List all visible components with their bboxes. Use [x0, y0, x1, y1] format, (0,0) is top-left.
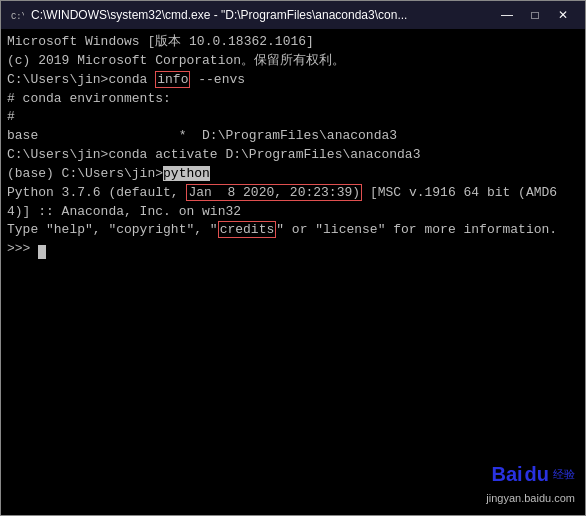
terminal-line-14: 4)] :: Anaconda, Inc. on win32 — [7, 203, 579, 222]
terminal-line-12: (base) C:\Users\jin>python — [7, 165, 579, 184]
terminal-line-15: Type "help", "copyright", "credits" or "… — [7, 221, 579, 240]
baidu-jingyan: 经验 — [553, 467, 575, 483]
terminal-line-4: C:\Users\jin>conda info --envs — [7, 71, 579, 90]
python-command-highlight: python — [163, 166, 210, 181]
maximize-button[interactable]: □ — [521, 1, 549, 29]
svg-text:C:\: C:\ — [11, 12, 24, 22]
info-highlight: info — [155, 71, 190, 88]
terminal-cursor — [38, 245, 46, 259]
window-controls: — □ ✕ — [493, 1, 577, 29]
credits-highlight: credits — [218, 221, 277, 238]
terminal-line-13: Python 3.7.6 (default, Jan 8 2020, 20:23… — [7, 184, 579, 203]
window-title: C:\WINDOWS\system32\cmd.exe - "D:\Progra… — [31, 8, 493, 22]
terminal-line-16: >>> — [7, 240, 579, 259]
cmd-window: C:\ C:\WINDOWS\system32\cmd.exe - "D:\Pr… — [0, 0, 586, 516]
terminal-body[interactable]: Microsoft Windows [版本 10.0.18362.1016] (… — [1, 29, 585, 515]
cmd-icon: C:\ — [9, 7, 25, 23]
terminal-line-7: base * D:\ProgramFiles\anaconda3 — [7, 127, 579, 146]
close-button[interactable]: ✕ — [549, 1, 577, 29]
baidu-text: Bai — [491, 460, 522, 489]
watermark-url: jingyan.baidu.com — [486, 491, 575, 507]
terminal-line-1: Microsoft Windows [版本 10.0.18362.1016] — [7, 33, 579, 52]
watermark: Bai du 经验 jingyan.baidu.com — [486, 460, 575, 507]
terminal-line-6: # — [7, 108, 579, 127]
baidu-text2: du — [525, 460, 549, 489]
title-bar: C:\ C:\WINDOWS\system32\cmd.exe - "D:\Pr… — [1, 1, 585, 29]
minimize-button[interactable]: — — [493, 1, 521, 29]
terminal-line-5: # conda environments: — [7, 90, 579, 109]
terminal-line-10: C:\Users\jin>conda activate D:\ProgramFi… — [7, 146, 579, 165]
date-highlight: Jan 8 2020, 20:23:39) — [186, 184, 362, 201]
baidu-logo: Bai du 经验 — [491, 460, 575, 489]
terminal-line-2: (c) 2019 Microsoft Corporation。保留所有权利。 — [7, 52, 579, 71]
